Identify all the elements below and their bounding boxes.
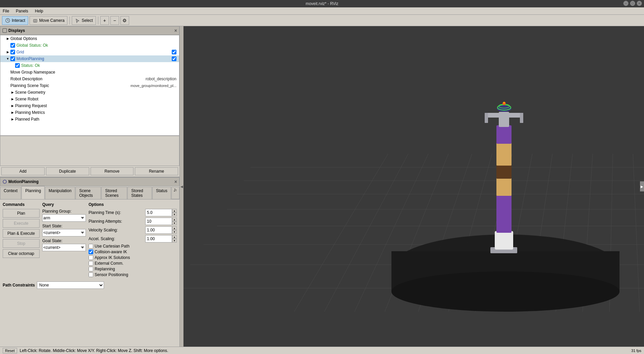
plan-execute-button[interactable]: Plan & Execute bbox=[3, 229, 40, 238]
tree-item-scene-geometry[interactable]: ▶ Scene Geometry bbox=[0, 89, 179, 96]
sensor-positioning-check[interactable] bbox=[89, 272, 93, 277]
tree-label: Move Group Namespace bbox=[10, 70, 176, 75]
tree-item-status-ok[interactable]: Status: Ok bbox=[0, 62, 179, 69]
path-constraints-dropdown[interactable]: None bbox=[37, 281, 104, 289]
tree-item-planned-path[interactable]: ▶ Planned Path bbox=[0, 116, 179, 123]
plan-button[interactable]: Plan bbox=[3, 209, 40, 218]
use-cartesian-check[interactable] bbox=[89, 244, 93, 249]
tree-label: Global Status: Ok bbox=[16, 43, 178, 48]
execute-button[interactable]: Execute bbox=[3, 219, 40, 228]
tab-manipulation[interactable]: Manipulation bbox=[45, 187, 75, 199]
sensor-positioning-label: Sensor Positioning bbox=[95, 272, 128, 277]
viewport-3d[interactable]: ▶ bbox=[183, 26, 644, 347]
interact-icon bbox=[5, 18, 10, 23]
tree-item-planning-request[interactable]: ▶ Planning Request bbox=[0, 102, 179, 109]
global-status-check[interactable] bbox=[10, 43, 15, 48]
remove-button[interactable]: Remove bbox=[91, 167, 134, 175]
menu-panels[interactable]: Panels bbox=[14, 8, 30, 14]
settings-button[interactable]: ⚙ bbox=[120, 16, 129, 25]
planning-attempts-input[interactable] bbox=[145, 218, 172, 225]
spin-down[interactable]: ▼ bbox=[172, 230, 177, 234]
stop-button[interactable]: Stop bbox=[3, 239, 40, 248]
tree-item-planning-scene[interactable]: Planning Scene Topic move_group/monitore… bbox=[0, 82, 179, 89]
statusbar: Reset Left-Click: Rotate. Middle-Click: … bbox=[0, 347, 644, 354]
tab-scene-objects[interactable]: Scene Objects bbox=[75, 187, 101, 199]
start-state-label: Start State: bbox=[42, 224, 86, 228]
spin-up[interactable]: ▲ bbox=[172, 218, 177, 221]
tree-item-motionplanning[interactable]: ▼ MotionPlanning bbox=[0, 55, 179, 62]
collision-aware-check[interactable] bbox=[89, 250, 93, 254]
accel-scaling-label: Accel. Scaling: bbox=[89, 236, 145, 241]
replanning-check[interactable] bbox=[89, 267, 93, 271]
tab-context[interactable]: Context bbox=[0, 187, 21, 199]
svg-rect-41 bbox=[520, 113, 523, 123]
tree-item-grid[interactable]: ▶ Grid bbox=[0, 49, 179, 55]
tree-item-move-group-ns[interactable]: Move Group Namespace bbox=[0, 69, 179, 76]
planning-attempts-spinner: ▲ ▼ bbox=[172, 218, 177, 225]
planning-group-dropdown[interactable]: arm bbox=[42, 214, 86, 222]
start-state-dropdown[interactable]: <current> bbox=[42, 229, 86, 236]
tab-status[interactable]: Status bbox=[152, 187, 171, 199]
clear-octomap-button[interactable]: Clear octomap bbox=[3, 249, 40, 258]
minus-button[interactable]: − bbox=[110, 16, 119, 25]
svg-rect-32 bbox=[496, 194, 512, 233]
goal-state-label: Goal State: bbox=[42, 238, 86, 243]
tree-item-global-options[interactable]: ▶ Global Options bbox=[0, 35, 179, 42]
menu-help[interactable]: Help bbox=[34, 8, 45, 14]
add-button[interactable]: Add bbox=[1, 167, 45, 175]
tree-label: Scene Robot bbox=[15, 97, 178, 101]
maximize-btn[interactable]: □ bbox=[630, 1, 635, 6]
panel-collapse-handle[interactable]: ◀ bbox=[179, 26, 183, 347]
accel-scaling-input[interactable] bbox=[145, 235, 172, 242]
select-button[interactable]: Select bbox=[72, 16, 96, 25]
tab-planning[interactable]: Planning bbox=[21, 186, 45, 199]
plus-button[interactable]: + bbox=[100, 16, 109, 25]
minimize-btn[interactable]: – bbox=[623, 1, 629, 6]
mp-visible-check[interactable] bbox=[172, 56, 176, 61]
motion-close[interactable]: × bbox=[174, 179, 177, 184]
tabs-row: Context Planning Manipulation Scene Obje… bbox=[0, 186, 179, 200]
close-btn[interactable]: × bbox=[637, 1, 642, 6]
svg-rect-36 bbox=[496, 125, 512, 144]
goal-state-dropdown[interactable]: <current> bbox=[42, 244, 86, 251]
reset-button[interactable]: Reset bbox=[3, 348, 17, 353]
spin-down[interactable]: ▼ bbox=[172, 221, 177, 225]
duplicate-button[interactable]: Duplicate bbox=[46, 167, 89, 175]
interact-button[interactable]: Interact bbox=[2, 16, 28, 25]
displays-tree[interactable]: ▶ Global Options Global Status: Ok ▶ Gri… bbox=[0, 35, 179, 136]
tab-stored-scenes[interactable]: Stored Scenes bbox=[101, 187, 127, 199]
mp-check[interactable] bbox=[10, 56, 15, 61]
svg-point-46 bbox=[503, 102, 505, 104]
spin-up[interactable]: ▲ bbox=[172, 226, 177, 230]
approx-ik-check[interactable] bbox=[89, 255, 93, 260]
tree-item-planning-metrics[interactable]: ▶ Planning Metrics bbox=[0, 109, 179, 116]
tree-arrow: ▶ bbox=[10, 104, 14, 108]
spin-down[interactable]: ▼ bbox=[172, 213, 177, 216]
rename-button[interactable]: Rename bbox=[135, 167, 178, 175]
planning-time-input-wrap: ▲ ▼ bbox=[145, 209, 177, 216]
planning-time-input[interactable] bbox=[145, 209, 172, 216]
planning-time-label: Planning Time (s): bbox=[89, 210, 145, 215]
query-title: Query bbox=[42, 202, 86, 207]
tree-item-scene-robot[interactable]: ▶ Scene Robot bbox=[0, 96, 179, 102]
velocity-scaling-input[interactable] bbox=[145, 226, 172, 234]
titlebar-title: moveit.rviz* - RViz bbox=[306, 1, 338, 6]
tab-scroll-right[interactable]: J↑ bbox=[171, 187, 179, 199]
right-panel-arrow[interactable]: ▶ bbox=[640, 181, 644, 191]
spin-up[interactable]: ▲ bbox=[172, 235, 177, 239]
external-comm-check[interactable] bbox=[89, 261, 93, 266]
accel-scaling-row: Accel. Scaling: ▲ ▼ bbox=[89, 235, 177, 242]
tab-stored-states[interactable]: Stored States bbox=[127, 187, 152, 199]
move-camera-button[interactable]: Move Camera bbox=[30, 16, 67, 25]
main-layout: Displays × ▶ Global Options Global Statu… bbox=[0, 26, 644, 347]
tree-item-robot-desc[interactable]: Robot Description robot_description bbox=[0, 76, 179, 82]
status-ok-check[interactable] bbox=[15, 63, 20, 68]
spin-up[interactable]: ▲ bbox=[172, 209, 177, 213]
grid-visible-check[interactable] bbox=[172, 50, 176, 54]
sensor-positioning-row: Sensor Positioning bbox=[89, 272, 177, 277]
grid-check[interactable] bbox=[10, 50, 15, 54]
tree-item-global-status[interactable]: Global Status: Ok bbox=[0, 42, 179, 49]
spin-down[interactable]: ▼ bbox=[172, 239, 177, 242]
displays-close[interactable]: × bbox=[174, 28, 177, 33]
menu-file[interactable]: File bbox=[1, 8, 10, 14]
